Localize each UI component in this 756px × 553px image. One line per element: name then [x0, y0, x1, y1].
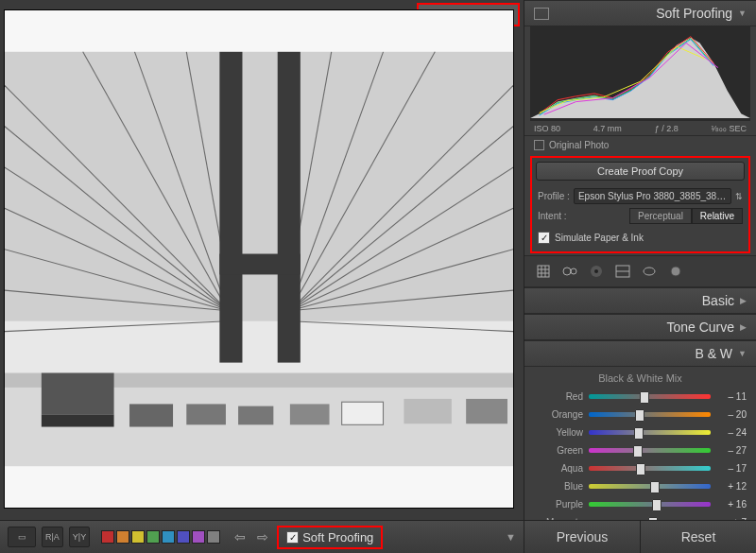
bw-slider-purple[interactable]: Purple+ 16: [534, 495, 747, 513]
profile-row: Profile : Epson Stylus Pro 3880_3885_389…: [536, 186, 745, 206]
svg-point-43: [563, 268, 571, 275]
original-photo-toggle[interactable]: Original Photo: [524, 135, 756, 154]
svg-rect-34: [342, 402, 384, 424]
svg-point-44: [571, 268, 576, 274]
bw-slider-magenta[interactable]: Magenta+ 7: [534, 513, 747, 520]
bottom-toolbar: ▭ R|A Y|Y ⇦ ⇨ ✓ Soft Proofing ▼: [0, 520, 524, 553]
main-column: Proof Preview: [0, 0, 524, 553]
simulate-paper-toggle[interactable]: ✓ Simulate Paper & Ink: [536, 226, 745, 246]
histogram[interactable]: [530, 26, 750, 121]
bw-slider-yellow[interactable]: Yellow– 24: [534, 423, 747, 441]
svg-rect-24: [278, 52, 301, 363]
histogram-exif: ISO 80 4.7 mm ƒ / 2.8 ¹⁄₈₀₀ SEC: [524, 121, 756, 135]
image-frame[interactable]: [4, 9, 514, 509]
canvas-area: Proof Preview: [0, 0, 524, 520]
photo-bridge: [5, 10, 513, 508]
proof-settings: Create Proof Copy Profile : Epson Stylus…: [530, 156, 750, 253]
color-swatch[interactable]: [101, 530, 114, 544]
svg-rect-25: [219, 254, 300, 275]
tone-curve-panel-header[interactable]: Tone Curve▶: [524, 314, 756, 340]
color-label-swatches: [101, 530, 220, 544]
soft-proofing-header[interactable]: Soft Proofing ▼: [524, 0, 756, 26]
right-panel: Soft Proofing ▼ ISO 80 4.7 mm ƒ / 2.8 ¹⁄…: [524, 0, 756, 553]
gamut-warning-icon[interactable]: [534, 8, 549, 20]
bw-panel-header[interactable]: B & W▼: [524, 340, 756, 367]
svg-rect-36: [466, 399, 507, 423]
svg-marker-37: [530, 38, 750, 118]
basic-panel-header[interactable]: Basic▶: [524, 287, 756, 314]
svg-point-46: [594, 269, 598, 273]
updown-icon[interactable]: ⇅: [735, 192, 743, 201]
color-swatch[interactable]: [192, 530, 205, 544]
profile-dropdown[interactable]: Epson Stylus Pro 3880_3885_389…: [574, 188, 731, 204]
svg-rect-30: [129, 404, 173, 426]
app-root: Proof Preview: [0, 0, 756, 553]
checkmark-icon: ✓: [538, 232, 550, 244]
svg-rect-38: [538, 266, 549, 277]
bottom-buttons: Previous Reset: [524, 520, 756, 553]
loupe-view-button[interactable]: ▭: [8, 527, 36, 547]
svg-point-49: [644, 268, 655, 275]
color-swatch[interactable]: [116, 530, 129, 544]
create-proof-copy-button[interactable]: Create Proof Copy: [536, 162, 745, 181]
toolbar-menu-icon[interactable]: ▼: [506, 531, 516, 543]
next-photo-arrow[interactable]: ⇨: [254, 529, 271, 544]
svg-rect-32: [238, 406, 273, 425]
checkmark-icon: ✓: [286, 531, 299, 544]
prev-photo-arrow[interactable]: ⇦: [232, 529, 249, 544]
soft-proofing-label: Soft Proofing: [302, 530, 373, 544]
color-swatch[interactable]: [131, 530, 145, 544]
survey-view-button[interactable]: Y|Y: [69, 527, 90, 547]
svg-rect-35: [404, 399, 451, 423]
svg-rect-23: [219, 52, 242, 363]
tool-strip: [524, 255, 756, 287]
bw-panel: Black & White Mix Red– 11Orange– 20Yello…: [524, 367, 756, 520]
intent-perceptual-button[interactable]: Perceptual: [629, 208, 692, 224]
bw-slider-orange[interactable]: Orange– 20: [534, 406, 747, 423]
svg-rect-29: [42, 414, 114, 426]
radial-filter-icon[interactable]: [640, 262, 659, 281]
crop-tool-icon[interactable]: [534, 262, 553, 281]
bw-slider-green[interactable]: Green– 27: [534, 441, 747, 459]
bw-mix-title: Black & White Mix: [534, 372, 747, 384]
bw-slider-blue[interactable]: Blue+ 12: [534, 477, 747, 495]
intent-row: Intent : Perceptual Relative: [536, 206, 745, 226]
grad-filter-icon[interactable]: [613, 262, 632, 281]
color-swatch[interactable]: [177, 530, 190, 544]
reset-button[interactable]: Reset: [640, 521, 756, 553]
svg-rect-31: [186, 404, 226, 424]
previous-button[interactable]: Previous: [524, 521, 640, 553]
brush-tool-icon[interactable]: [666, 262, 685, 281]
soft-proofing-toggle[interactable]: ✓ Soft Proofing: [277, 526, 383, 549]
square-icon: [534, 140, 544, 150]
compare-view-button[interactable]: R|A: [42, 527, 63, 547]
chevron-down-icon: ▼: [738, 9, 747, 18]
bw-slider-aqua[interactable]: Aqua– 17: [534, 459, 747, 477]
intent-relative-button[interactable]: Relative: [692, 208, 743, 224]
color-swatch[interactable]: [207, 530, 220, 544]
color-swatch[interactable]: [162, 530, 175, 544]
spot-removal-icon[interactable]: [560, 262, 579, 281]
redeye-tool-icon[interactable]: [587, 262, 606, 281]
bw-slider-red[interactable]: Red– 11: [534, 388, 747, 406]
svg-rect-28: [42, 373, 114, 415]
svg-rect-2: [5, 52, 513, 321]
svg-rect-33: [290, 404, 330, 424]
color-swatch[interactable]: [146, 530, 160, 544]
